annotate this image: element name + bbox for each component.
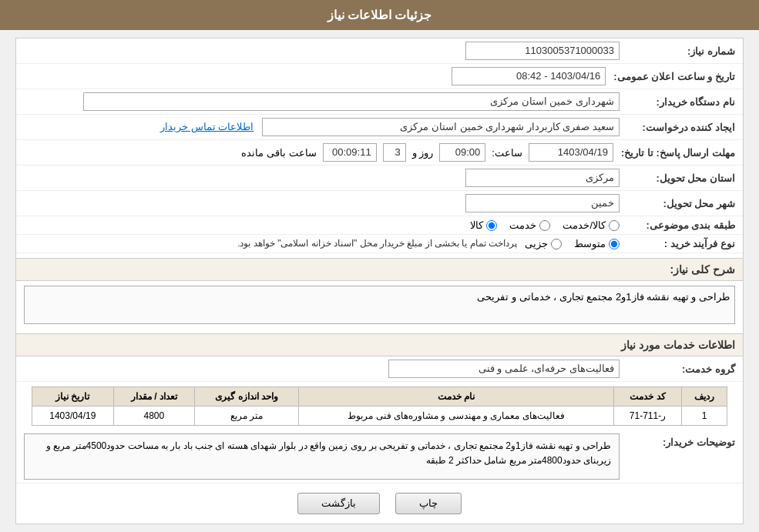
cell-kod-khedmat: ر-711-71 bbox=[613, 407, 681, 426]
cell-nam-khedmat: فعالیت‌های معماری و مهندسی و مشاوره‌های … bbox=[299, 407, 614, 426]
grohe-khedmat-row: گروه خدمت: فعالیت‌های حرفه‌ای، علمی و فن… bbox=[16, 356, 743, 382]
touzih-label: توضیحات خریدار: bbox=[620, 433, 735, 448]
touzih-row: توضیحات خریدار: طراحی و تهیه نقشه فاز1و2… bbox=[16, 430, 743, 483]
mohlat-value: 1403/04/19 ساعت: 09:00 روز و 3 00:09:11 … bbox=[24, 143, 613, 162]
kala-option[interactable]: کالا bbox=[470, 219, 497, 231]
ijad-konande-input: سعید صفری کاربردار شهرداری خمین استان مر… bbox=[262, 118, 620, 136]
khadamat-title: اطلاعات خدمات مورد نیاز bbox=[621, 339, 735, 351]
cell-vahed: متر مربع bbox=[195, 407, 299, 426]
ostan-row: استان محل تحویل: مرکزی bbox=[16, 166, 743, 191]
mohlat-rooz-input: 3 bbox=[383, 143, 406, 162]
jozii-option[interactable]: جزیی bbox=[525, 238, 562, 249]
shomare-niaz-row: شماره نیاز: 1103005371000033 bbox=[16, 38, 743, 64]
ijad-konande-row: ایجاد کننده درخواست: سعید صفری کاربردار … bbox=[16, 115, 743, 140]
nam-dasgah-label: نام دستگاه خریدار: bbox=[620, 96, 735, 108]
kala-khedmat-option[interactable]: کالا/خدمت bbox=[563, 219, 620, 231]
shahr-label: شهر محل تحویل: bbox=[620, 198, 735, 209]
mottasat-option[interactable]: متوسط bbox=[574, 238, 620, 249]
mohlat-rooz-label: روز و bbox=[412, 147, 434, 159]
kala-label: کالا bbox=[470, 219, 483, 231]
ettelaat-tamas-link[interactable]: اطلاعات تماس خریدار bbox=[160, 121, 254, 132]
touzih-value: طراحی و تهیه نقشه فاز1و2 مجتمع تجاری ، خ… bbox=[24, 433, 620, 480]
jozii-label: جزیی bbox=[525, 238, 548, 249]
jozii-radio[interactable] bbox=[551, 239, 562, 249]
khedmat-option[interactable]: خدمت bbox=[509, 219, 550, 231]
grohe-khedmat-value: فعالیت‌های حرفه‌ای، علمی و فنی bbox=[24, 360, 620, 378]
nam-dasgah-value: شهرداری خمین استان مرکزی bbox=[24, 92, 620, 111]
col-tarikh: تاریخ نیاز bbox=[32, 387, 114, 407]
grohe-khedmat-label: گروه خدمت: bbox=[620, 363, 735, 375]
table-row: 1 ر-711-71 فعالیت‌های معماری و مهندسی و … bbox=[32, 407, 727, 426]
ostan-input: مرکزی bbox=[465, 169, 620, 187]
shahr-input: خمین bbox=[465, 194, 620, 212]
page-title: جزئیات اطلاعات نیاز bbox=[327, 8, 432, 22]
khedmat-label: خدمت bbox=[509, 219, 536, 231]
back-button[interactable]: بازگشت bbox=[297, 493, 380, 514]
cell-radif: 1 bbox=[682, 407, 727, 426]
col-kod-khedmat: کد خدمت bbox=[613, 387, 681, 407]
col-tedad: تعداد / مقدار bbox=[113, 387, 194, 407]
ijad-konande-value: سعید صفری کاربردار شهرداری خمین استان مر… bbox=[24, 118, 620, 136]
shomare-niaz-input: 1103005371000033 bbox=[465, 42, 620, 60]
mottasat-radio[interactable] bbox=[609, 239, 620, 249]
grohe-khedmat-input: فعالیت‌های حرفه‌ای، علمی و فنی bbox=[388, 360, 620, 378]
shahr-row: شهر محل تحویل: خمین bbox=[16, 191, 743, 216]
noe-farayand-label: نوع فرآیند خرید : bbox=[620, 238, 735, 249]
mohlat-saat-input: 09:00 bbox=[439, 143, 485, 162]
farayand-radio-group: متوسط جزیی bbox=[525, 238, 620, 249]
mohlat-row: مهلت ارسال پاسخ: تا تاریخ: 1403/04/19 سا… bbox=[16, 140, 743, 166]
service-table: ردیف کد خدمت نام خدمت واحد اندازه گیری ت… bbox=[32, 386, 727, 426]
sharh-koli-box: طراحی و تهیه نقشه فاز1و2 مجتمع تجاری ، خ… bbox=[24, 286, 735, 324]
tarikh-label: تاریخ و ساعت اعلان عمومی: bbox=[606, 71, 735, 82]
noe-farayand-options: متوسط جزیی پرداخت تمام یا بخشی از مبلغ خ… bbox=[24, 238, 620, 249]
nam-dasgah-input: شهرداری خمین استان مرکزی bbox=[83, 92, 620, 111]
mohlat-baghimande-input: 00:09:11 bbox=[323, 143, 377, 162]
kala-radio[interactable] bbox=[486, 220, 497, 231]
tarikh-input: 1403/04/16 - 08:42 bbox=[452, 67, 606, 85]
cell-tedad: 4800 bbox=[113, 407, 194, 426]
nam-dasgah-row: نام دستگاه خریدار: شهرداری خمین استان مر… bbox=[16, 89, 743, 115]
payment-note: پرداخت تمام یا بخشی از مبلغ خریدار محل "… bbox=[237, 238, 517, 249]
mottasat-label: متوسط bbox=[574, 238, 606, 249]
ostan-value: مرکزی bbox=[24, 169, 620, 187]
shomare-niaz-label: شماره نیاز: bbox=[620, 45, 735, 57]
tarikh-row: تاریخ و ساعت اعلان عمومی: 1403/04/16 - 0… bbox=[16, 64, 743, 89]
mohlat-label: مهلت ارسال پاسخ: تا تاریخ: bbox=[613, 147, 735, 159]
page-header: جزئیات اطلاعات نیاز bbox=[0, 0, 759, 30]
mohlat-baghimande-label: ساعت باقی مانده bbox=[241, 147, 316, 159]
kala-khedmat-label: کالا/خدمت bbox=[563, 219, 606, 231]
noe-farayand-row: نوع فرآیند خرید : متوسط جزیی پرداخت تمام… bbox=[16, 235, 743, 253]
shomare-niaz-value: 1103005371000033 bbox=[24, 42, 620, 60]
kala-khedmat-radio[interactable] bbox=[609, 220, 620, 231]
khedmat-radio[interactable] bbox=[539, 220, 550, 231]
mohlat-date-input: 1403/04/19 bbox=[529, 143, 613, 162]
ijad-konande-label: ایجاد کننده درخواست: bbox=[620, 122, 735, 133]
shahr-value: خمین bbox=[24, 194, 620, 212]
tabaqebandi-row: طبقه بندی موضوعی: کالا/خدمت خدمت کالا bbox=[16, 216, 743, 235]
tabaqebandi-label: طبقه بندی موضوعی: bbox=[620, 219, 735, 231]
service-table-container: ردیف کد خدمت نام خدمت واحد اندازه گیری ت… bbox=[16, 382, 743, 430]
sharh-koli-container: طراحی و تهیه نقشه فاز1و2 مجتمع تجاری ، خ… bbox=[16, 281, 743, 329]
col-radif: ردیف bbox=[682, 387, 727, 407]
ostan-label: استان محل تحویل: bbox=[620, 172, 735, 184]
col-nam-khedmat: نام خدمت bbox=[299, 387, 614, 407]
sharh-koli-title: شرح کلی نیاز: bbox=[16, 258, 743, 281]
mohlat-saat-label: ساعت: bbox=[492, 147, 522, 159]
buttons-row: چاپ بازگشت bbox=[16, 483, 743, 524]
col-vahed: واحد اندازه گیری bbox=[195, 387, 299, 407]
sharh-koli-label: شرح کلی نیاز: bbox=[670, 263, 735, 276]
cell-tarikh: 1403/04/19 bbox=[32, 407, 114, 426]
tabaqebandi-radio-group: کالا/خدمت خدمت کالا bbox=[24, 219, 620, 231]
touzih-box: طراحی و تهیه نقشه فاز1و2 مجتمع تجاری ، خ… bbox=[24, 433, 620, 480]
tabaqebandi-options: کالا/خدمت خدمت کالا bbox=[24, 219, 620, 231]
print-button[interactable]: چاپ bbox=[395, 493, 462, 514]
tarikh-value: 1403/04/16 - 08:42 bbox=[24, 67, 606, 85]
khadamat-section-title: اطلاعات خدمات مورد نیاز bbox=[16, 333, 743, 356]
main-card: شماره نیاز: 1103005371000033 تاریخ و ساع… bbox=[15, 38, 744, 524]
